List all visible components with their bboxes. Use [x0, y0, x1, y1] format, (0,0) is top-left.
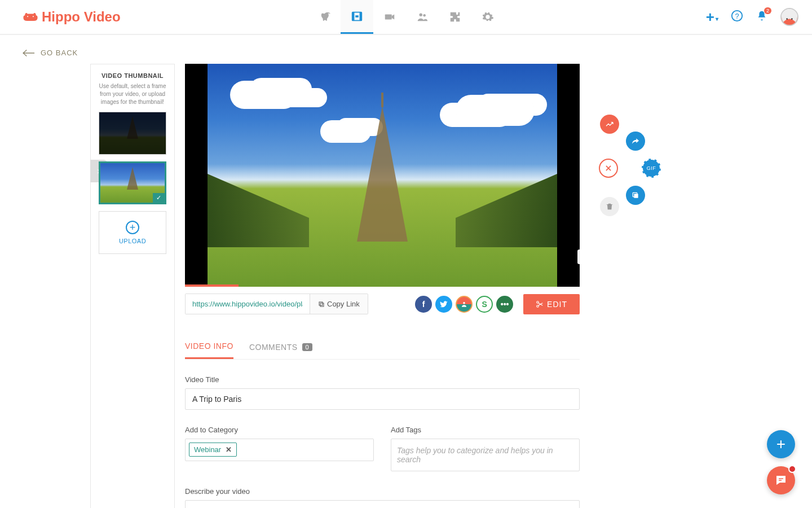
thumbnail-panel: VIDEO THUMBNAIL Use default, select a fr…	[90, 64, 175, 508]
user-avatar[interactable]	[780, 8, 798, 26]
share-classroom[interactable]	[456, 296, 473, 313]
edit-label: EDIT	[547, 300, 567, 309]
create-new-button[interactable]: +▾	[706, 8, 718, 26]
puzzle-icon	[449, 11, 461, 23]
brand-text: Hippo Video	[42, 9, 121, 25]
share-seesaw[interactable]: S	[476, 296, 493, 313]
description-label: Describe your video	[185, 487, 580, 496]
share-facebook[interactable]: f	[415, 296, 432, 313]
go-back-label: GO BACK	[41, 49, 78, 57]
tags-placeholder: Tags help you to categorize and helps yo…	[395, 443, 576, 467]
nav-library[interactable]	[341, 0, 373, 34]
tags-input[interactable]: Tags help you to categorize and helps yo…	[391, 439, 580, 471]
floating-add-button[interactable]: +	[767, 430, 795, 458]
svg-rect-4	[360, 12, 362, 20]
help-icon: ?	[731, 10, 743, 22]
chevron-down-icon: ▾	[716, 16, 718, 22]
film-icon	[351, 10, 363, 23]
category-label: Add to Category	[185, 426, 374, 434]
nav-rocket[interactable]	[308, 0, 341, 34]
analytics-button[interactable]	[600, 115, 619, 134]
svg-rect-6	[385, 14, 392, 19]
remove-chip-icon[interactable]: ✕	[226, 445, 232, 454]
duplicate-button[interactable]	[626, 186, 645, 205]
close-icon	[604, 164, 612, 172]
close-actions-button[interactable]	[599, 159, 618, 178]
top-nav	[308, 0, 504, 34]
video-column: Copy Link f S ••• EDIT VIDEO INFO COMMEN…	[185, 64, 580, 508]
trash-icon	[605, 202, 614, 211]
twitter-icon	[439, 300, 448, 309]
thumbnail-option-1[interactable]	[99, 112, 166, 155]
upload-label: UPLOAD	[119, 238, 146, 244]
thumbnail-panel-title: VIDEO THUMBNAIL	[96, 72, 169, 79]
nav-people[interactable]	[406, 0, 439, 34]
copy-icon	[318, 301, 325, 308]
svg-point-7	[420, 14, 423, 16]
gear-icon	[482, 11, 494, 23]
nav-settings[interactable]	[471, 0, 504, 34]
delete-button[interactable]	[600, 197, 619, 216]
svg-point-8	[423, 14, 426, 17]
help-button[interactable]: ?	[731, 10, 743, 24]
video-progress-bar[interactable]	[185, 284, 239, 287]
social-share-icons: f S •••	[415, 296, 513, 313]
arrow-left-icon	[23, 49, 35, 57]
category-chip: Webinar ✕	[189, 443, 237, 457]
go-back-link[interactable]: GO BACK	[23, 49, 78, 57]
video-link-input[interactable]	[186, 294, 310, 314]
title-label: Video Title	[185, 375, 580, 384]
layers-button[interactable]	[577, 249, 580, 264]
person-icon	[460, 300, 468, 308]
video-preview-image	[208, 64, 557, 287]
share-button[interactable]	[626, 132, 645, 151]
video-title-input[interactable]	[185, 388, 580, 410]
tab-comments[interactable]: COMMENTS 0	[249, 341, 312, 359]
svg-point-16	[463, 301, 465, 304]
copy-link-button[interactable]: Copy Link	[310, 294, 368, 314]
thumbnail-option-2[interactable]	[99, 161, 166, 204]
copy-stack-icon	[631, 191, 640, 200]
notification-badge: 2	[764, 7, 771, 14]
hippo-icon	[23, 11, 38, 23]
category-input[interactable]: Webinar ✕	[185, 439, 374, 461]
svg-rect-5	[355, 15, 359, 17]
video-actions-column: GIF	[590, 64, 646, 508]
comment-count-badge: 0	[302, 343, 313, 351]
header-actions: +▾ ? 2	[706, 8, 798, 26]
nav-record[interactable]	[373, 0, 406, 34]
people-icon	[416, 11, 429, 23]
floating-buttons: +	[767, 430, 795, 494]
edit-video-button[interactable]: EDIT	[523, 294, 580, 314]
floating-chat-button[interactable]	[767, 466, 795, 494]
video-player[interactable]	[185, 64, 580, 287]
gif-button[interactable]: GIF	[642, 159, 661, 178]
svg-text:?: ?	[735, 12, 739, 20]
share-more[interactable]: •••	[496, 296, 513, 313]
tags-field: Add Tags Tags help you to categorize and…	[391, 426, 580, 471]
tab-video-info[interactable]: VIDEO INFO	[185, 341, 233, 359]
trend-icon	[605, 120, 614, 129]
thumbnail-panel-desc: Use default, select a frame from your vi…	[96, 82, 169, 106]
upload-thumbnail-button[interactable]: + UPLOAD	[99, 211, 166, 254]
main-content: › VIDEO THUMBNAIL Use default, select a …	[0, 64, 812, 508]
brand-logo[interactable]: Hippo Video	[23, 9, 121, 25]
svg-point-0	[27, 16, 28, 17]
video-link-box: Copy Link	[185, 294, 368, 314]
svg-rect-19	[634, 194, 638, 198]
copy-link-label: Copy Link	[327, 300, 360, 308]
category-field: Add to Category Webinar ✕	[185, 426, 374, 471]
plus-circle-icon: +	[126, 221, 139, 234]
nav-integrations[interactable]	[439, 0, 471, 34]
notifications-button[interactable]: 2	[756, 10, 768, 24]
video-info-form: Video Title Add to Category Webinar ✕ Ad…	[185, 375, 580, 508]
camera-icon	[383, 11, 396, 23]
rocket-icon	[318, 11, 330, 23]
svg-rect-15	[319, 302, 323, 305]
description-field: Describe your video You can add some des…	[185, 487, 580, 508]
svg-rect-14	[320, 303, 324, 306]
description-input[interactable]: You can add some description about the v…	[185, 500, 580, 508]
svg-rect-3	[352, 12, 355, 20]
share-twitter[interactable]	[435, 296, 452, 313]
app-header: Hippo Video +▾ ? 2	[0, 0, 812, 35]
